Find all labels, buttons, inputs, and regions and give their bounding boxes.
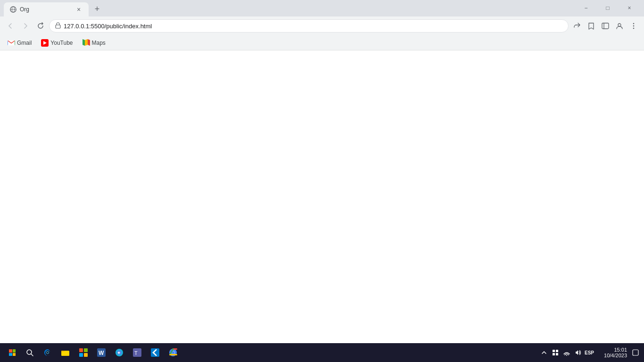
taskbar-store[interactable] [75,344,92,361]
svg-text:✦: ✦ [117,350,121,355]
chevron-up-icon[interactable] [539,348,549,357]
svg-point-6 [618,24,621,26]
svg-rect-4 [602,23,609,29]
tab-favicon [9,6,17,13]
svg-rect-37 [556,353,558,355]
svg-point-33 [172,351,174,354]
tab-title: Org [20,6,72,13]
taskbar-search-button[interactable] [21,344,38,361]
profile-button[interactable] [613,19,626,33]
windows-logo-icon [9,349,16,356]
tab-bar: Org × + − □ × [0,0,644,16]
svg-point-8 [633,25,635,27]
network-icon[interactable] [562,348,571,357]
page-content [0,50,644,343]
svg-rect-21 [84,348,88,352]
taskbar-right: ESP 15:01 10/4/2023 [539,344,640,361]
volume-icon[interactable] [573,348,583,357]
clock-time: 15:01 [614,347,627,353]
taskbar-copilot[interactable]: ✦ [111,344,128,361]
maximize-button[interactable]: □ [597,1,619,15]
tab-close-button[interactable]: × [74,5,83,14]
svg-rect-20 [79,348,83,352]
address-bar[interactable]: 127.0.0.1:5500/public/index.html [49,19,569,33]
new-tab-button[interactable]: + [91,2,104,16]
youtube-label: YouTube [50,40,73,46]
forward-button[interactable] [19,19,32,33]
svg-text:W: W [99,350,104,356]
back-button[interactable] [4,19,17,33]
taskbar: W ✦ T [0,343,644,362]
youtube-icon [41,39,49,47]
taskbar-clock[interactable]: 15:01 10/4/2023 [596,347,629,358]
sidebar-button[interactable] [599,19,612,33]
svg-point-9 [633,28,635,29]
svg-rect-36 [553,353,555,355]
notification-area-icon[interactable] [551,348,560,357]
clock-date: 10/4/2023 [604,353,627,358]
close-button[interactable]: × [619,1,640,15]
svg-rect-22 [79,353,83,357]
reload-button[interactable] [34,19,47,33]
svg-rect-19 [61,351,65,352]
window-controls: − □ × [575,1,640,15]
svg-rect-23 [84,353,88,357]
address-bar-area: 127.0.0.1:5500/public/index.html [0,16,644,35]
bookmark-gmail[interactable]: Gmail [4,37,35,49]
taskbar-teams[interactable]: T [129,344,146,361]
taskbar-word[interactable]: W [93,344,110,361]
bookmarks-bar: Gmail YouTube Maps [0,35,644,50]
start-button[interactable] [4,344,21,361]
minimize-button[interactable]: − [575,1,597,15]
svg-text:T: T [134,350,138,356]
menu-button[interactable] [627,19,640,33]
svg-rect-3 [56,25,60,28]
svg-rect-34 [553,350,555,352]
taskbar-vscode[interactable] [147,344,164,361]
svg-marker-15 [88,39,90,46]
notification-button[interactable] [631,344,640,361]
active-tab[interactable]: Org × [4,2,89,16]
url-text: 127.0.0.1:5500/public/index.html [64,23,562,30]
taskbar-chrome[interactable] [165,344,182,361]
toolbar-right [570,19,640,33]
svg-marker-14 [85,39,88,46]
bookmark-maps[interactable]: Maps [79,37,109,49]
browser-window: Org × + − □ × 127.0.0.1:5500/public/inde… [0,0,644,362]
svg-rect-35 [556,350,558,352]
bookmark-button[interactable] [585,19,598,33]
svg-marker-13 [83,39,85,46]
svg-rect-39 [633,350,638,355]
gmail-label: Gmail [17,40,32,46]
svg-rect-30 [151,348,159,357]
svg-point-7 [633,23,635,25]
bookmark-youtube[interactable]: YouTube [37,37,76,49]
maps-icon [83,39,90,47]
maps-label: Maps [92,40,106,46]
taskbar-edge[interactable] [39,344,56,361]
share-button[interactable] [570,19,584,33]
security-icon [55,22,61,30]
language-indicator[interactable]: ESP [585,350,594,355]
taskbar-file-explorer[interactable] [57,344,74,361]
svg-line-17 [31,354,33,356]
gmail-icon [8,39,15,47]
svg-point-38 [566,355,567,356]
